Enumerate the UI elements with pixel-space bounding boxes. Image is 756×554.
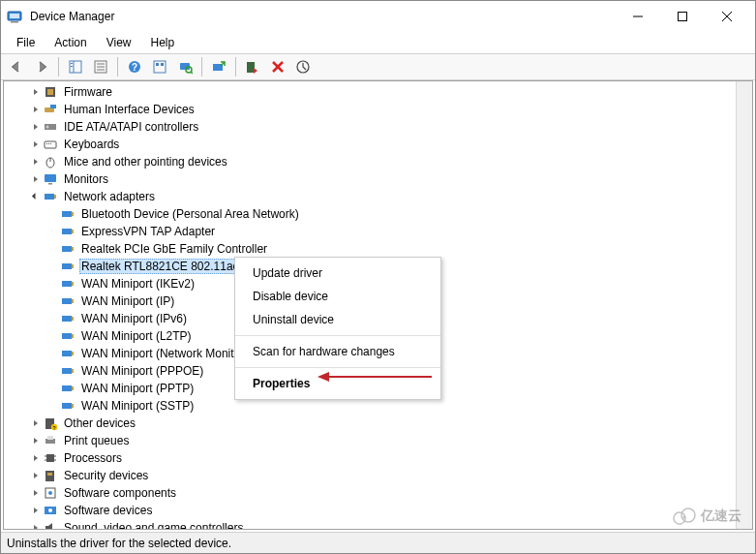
expand-icon[interactable] [27,154,43,169]
svg-rect-50 [62,263,72,269]
expand-icon[interactable] [27,485,43,501]
svg-rect-58 [62,333,72,339]
ctx-scan-hardware[interactable]: Scan for hardware changes [235,340,440,363]
svg-rect-79 [47,473,52,476]
svg-rect-47 [72,230,74,233]
tree-item-label: WAN Miniport (Network Monitor) [79,346,250,361]
ctx-disable-device[interactable]: Disable device [235,285,440,308]
tree-item-software-devices[interactable]: Software devices [4,502,752,519]
tree-item-mice[interactable]: Mice and other pointing devices [4,153,752,170]
svg-rect-61 [72,352,74,355]
svg-rect-65 [72,386,74,390]
show-hide-tree-button[interactable] [64,55,87,78]
expand-icon[interactable] [27,450,43,466]
collapse-icon[interactable] [27,189,43,204]
sound-icon [43,520,58,530]
tree-item-network-child[interactable]: ExpressVPN TAP Adapter [4,223,752,240]
minimize-button[interactable] [616,2,660,31]
vertical-scrollbar[interactable] [736,81,752,529]
svg-rect-31 [50,105,56,108]
tree-item-network-child[interactable]: Realtek PCIe GbE Family Controller [4,240,752,258]
expand-icon[interactable] [27,416,43,431]
tree-item-network-child[interactable]: Bluetooth Device (Personal Area Network) [4,205,752,223]
svg-rect-29 [47,89,53,95]
svg-rect-62 [62,368,72,374]
svg-rect-46 [62,229,72,234]
ctx-uninstall-device[interactable]: Uninstall device [235,308,440,331]
expand-icon[interactable] [27,520,43,530]
svg-rect-57 [72,317,74,321]
back-button[interactable] [5,55,28,78]
tree-item-label: WAN Miniport (SSTP) [79,398,196,414]
tree-item-sound[interactable]: Sound, video and game controllers [4,519,752,530]
svg-text:?: ? [132,62,137,73]
ctx-properties[interactable]: Properties [235,372,440,395]
tree-item-monitors[interactable]: Monitors [4,170,752,188]
network-adapter-icon [60,224,76,239]
tree-item-firmware[interactable]: Firmware [4,83,752,101]
expand-icon[interactable] [27,468,43,483]
keyboard-icon [43,137,58,152]
hid-icon [43,102,58,117]
uninstall-button[interactable] [266,55,289,78]
close-button[interactable] [705,2,749,31]
tree-item-label: WAN Miniport (PPTP) [79,381,196,396]
svg-text:?: ? [52,425,55,431]
tree-item-label: WAN Miniport (IKEv2) [79,276,197,292]
tree-item-label: Realtek RTL8821CE 802.11ac P [79,259,252,274]
tree-item-network-adapters[interactable]: Network adapters [4,188,752,205]
tree-item-hid[interactable]: Human Interface Devices [4,101,752,118]
tree-item-security[interactable]: Security devices [4,467,752,484]
tree-item-software-components[interactable]: Software components [4,484,752,502]
network-adapter-icon [60,259,76,274]
svg-rect-40 [45,174,56,182]
network-adapter-icon [60,241,76,257]
separator [235,335,440,336]
disable-button[interactable] [241,55,264,78]
separator [235,367,440,368]
menu-file[interactable]: File [7,34,45,51]
action-icon[interactable] [148,55,171,78]
expand-icon[interactable] [27,102,43,117]
expand-icon[interactable] [27,84,43,100]
ctx-update-driver[interactable]: Update driver [235,262,440,285]
tree-item-other-devices[interactable]: ? Other devices [4,415,752,432]
enable-button[interactable] [291,55,315,78]
menu-help[interactable]: Help [141,34,185,51]
svg-rect-34 [45,141,56,148]
tree-item-label: Realtek PCIe GbE Family Controller [79,241,269,257]
other-devices-icon: ? [43,416,58,431]
tree-item-print-queues[interactable]: Print queues [4,432,752,449]
svg-rect-44 [62,211,72,217]
window-title: Device Manager [30,10,616,23]
expand-icon[interactable] [27,503,43,518]
expand-icon[interactable] [27,119,43,135]
expand-icon[interactable] [27,171,43,187]
svg-rect-24 [247,62,255,73]
network-adapter-icon [60,398,76,414]
menu-action[interactable]: Action [45,34,96,51]
app-icon [7,9,22,24]
properties-button[interactable] [89,55,112,78]
monitor-icon [43,171,58,187]
maximize-button[interactable] [660,2,705,31]
toolbar: ? [1,53,755,80]
menubar: File Action View Help [1,32,755,53]
tree-item-keyboards[interactable]: Keyboards [4,136,752,153]
menu-view[interactable]: View [97,34,141,51]
svg-rect-37 [50,143,51,144]
scan-hardware-button[interactable] [173,55,197,78]
svg-rect-64 [62,385,72,391]
svg-rect-2 [10,14,19,18]
expand-icon[interactable] [27,137,43,152]
security-icon [43,468,58,483]
tree-item-ide[interactable]: IDE ATA/ATAPI controllers [4,118,752,136]
tree-item-label: Bluetooth Device (Personal Area Network) [79,206,301,222]
expand-icon[interactable] [27,433,43,448]
svg-rect-10 [71,66,73,67]
forward-button[interactable] [30,55,53,78]
svg-rect-9 [71,63,73,64]
help-button[interactable]: ? [123,55,146,78]
tree-item-processors[interactable]: Processors [4,449,752,467]
update-driver-button[interactable] [207,55,230,78]
